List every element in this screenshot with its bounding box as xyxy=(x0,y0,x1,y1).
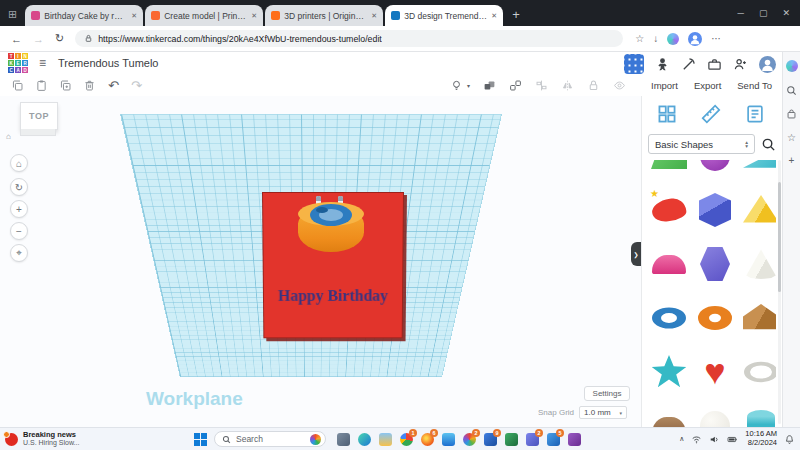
shape-ring-silver[interactable] xyxy=(740,349,776,395)
shape-heart-red[interactable]: ♥ xyxy=(694,349,736,395)
browser-tab[interactable]: 3D design Tremendous Tumelo✕ xyxy=(385,5,503,26)
taskbar-icon-photos[interactable]: 2 xyxy=(462,432,477,447)
sidebar-shopping-icon[interactable] xyxy=(786,109,797,120)
home-view-button[interactable]: ⌂ xyxy=(10,154,28,172)
group-icon[interactable] xyxy=(483,79,496,92)
shape-pyramid-yellow[interactable] xyxy=(740,187,776,233)
view-home-icon[interactable]: ⌂ xyxy=(6,132,11,141)
sidebar-search-icon[interactable] xyxy=(786,85,797,96)
browser-tab[interactable]: Create model | Printables.com✕ xyxy=(145,5,263,26)
shape-cylinder-teal[interactable] xyxy=(740,403,776,428)
user-avatar[interactable] xyxy=(759,56,776,73)
shape-star-teal[interactable] xyxy=(648,349,690,395)
shape-sphere-ivory[interactable] xyxy=(694,403,736,428)
briefcase-icon[interactable] xyxy=(707,57,722,72)
design-object-cake[interactable] xyxy=(296,196,366,258)
taskbar-icon-excel[interactable] xyxy=(504,432,519,447)
blocks-character-icon[interactable] xyxy=(655,57,670,72)
design-object-text[interactable]: Happy Birthday xyxy=(264,287,402,304)
browser-tab[interactable]: 3D printers | Original Prusa 3D p✕ xyxy=(265,5,383,26)
taskbar-icon-store[interactable] xyxy=(441,432,456,447)
volume-icon[interactable] xyxy=(709,434,720,445)
scrollbar-thumb[interactable] xyxy=(778,182,781,292)
search-highlight-icon[interactable] xyxy=(310,434,321,445)
shape-box-blue[interactable] xyxy=(694,187,736,233)
tab-close-icon[interactable]: ✕ xyxy=(251,12,257,20)
send-to-button[interactable]: Send To xyxy=(737,80,772,91)
fit-view-button[interactable]: ⌖ xyxy=(10,244,28,262)
sidebar-collections-icon[interactable]: ☆ xyxy=(787,133,796,143)
duplicate-icon[interactable] xyxy=(59,79,72,92)
snap-grid-dropdown[interactable]: 1.0 mm ▾ xyxy=(579,406,627,419)
tinkercad-logo[interactable]: TINKERCAD xyxy=(8,53,28,73)
import-button[interactable]: Import xyxy=(651,80,678,91)
shape-scribble-red[interactable]: ★ xyxy=(648,187,690,233)
sidebar-copilot-icon[interactable] xyxy=(786,60,798,72)
viewport-3d[interactable]: Happy Birthday TOP ⌂ ⌂ ↻ + − ⌖ Workplane… xyxy=(0,96,641,428)
taskbar-icon-chrome[interactable]: 1 xyxy=(399,432,414,447)
shape-torus-blue[interactable] xyxy=(648,295,690,341)
shape-cone-ivory[interactable] xyxy=(740,241,776,287)
settings-button[interactable]: Settings xyxy=(584,386,630,401)
shape-halfsphere-brown[interactable] xyxy=(648,403,690,428)
shape-wedge-teal[interactable] xyxy=(740,160,776,179)
taskbar-icon-outlook[interactable]: 5 xyxy=(546,432,561,447)
taskbar-icon-task-view[interactable] xyxy=(336,432,351,447)
ruler-tool-icon[interactable] xyxy=(700,103,722,125)
ungroup-icon[interactable] xyxy=(509,79,522,92)
maximize-button[interactable]: ▢ xyxy=(759,8,768,18)
helper-dropdown-icon[interactable]: ▾ xyxy=(467,82,470,89)
news-widget[interactable]: Breaking news U.S. Hiring Slow... xyxy=(5,428,79,450)
tab-close-icon[interactable]: ✕ xyxy=(491,12,497,20)
view-cube-front-face[interactable] xyxy=(20,129,56,136)
shape-paraboloid-pink[interactable] xyxy=(648,241,690,287)
align-icon[interactable] xyxy=(535,79,548,92)
copilot-icon[interactable] xyxy=(667,33,679,45)
close-button[interactable]: ✕ xyxy=(782,8,790,18)
minimize-button[interactable]: ─ xyxy=(738,8,744,18)
menu-icon[interactable]: ≡ xyxy=(39,56,46,70)
apps-grid-icon[interactable] xyxy=(624,54,644,74)
clock[interactable]: 10:16 AM 8/2/2024 xyxy=(745,430,777,447)
zoom-out-button[interactable]: − xyxy=(10,222,28,240)
browser-menu-icon[interactable]: ⋯ xyxy=(711,33,721,44)
browser-tab[interactable]: Birthday Cake by robrobinson19✕ xyxy=(25,5,143,26)
shape-polygon-indigo[interactable] xyxy=(694,241,736,287)
redo-icon[interactable]: ↷ xyxy=(131,79,142,92)
undo-icon[interactable]: ↶ xyxy=(108,79,119,92)
tab-actions-icon[interactable]: ⊞ xyxy=(8,8,17,21)
workplane-helper-icon[interactable] xyxy=(450,79,463,92)
taskbar-icon-onenote[interactable] xyxy=(567,432,582,447)
hide-icon[interactable] xyxy=(613,79,626,92)
notes-tool-icon[interactable] xyxy=(744,103,766,125)
orbit-view-button[interactable]: ↻ xyxy=(10,178,28,196)
paste-icon[interactable] xyxy=(35,79,48,92)
lock-tool-icon[interactable] xyxy=(587,79,600,92)
taskbar-icon-file-explorer[interactable] xyxy=(378,432,393,447)
shapes-grid-view-icon[interactable] xyxy=(656,103,678,125)
download-icon[interactable]: ↓ xyxy=(653,33,658,44)
taskbar-icon-firefox[interactable]: 6 xyxy=(420,432,435,447)
cake-torus[interactable] xyxy=(310,204,352,226)
tab-close-icon[interactable]: ✕ xyxy=(371,12,377,20)
shape-sphere-purple[interactable] xyxy=(694,160,736,179)
taskbar-icon-teams[interactable]: 2 xyxy=(525,432,540,447)
url-field[interactable]: https://www.tinkercad.com/things/20kAe4X… xyxy=(75,30,623,47)
wifi-icon[interactable] xyxy=(691,434,702,445)
export-button[interactable]: Export xyxy=(694,80,721,91)
back-icon[interactable]: ← xyxy=(11,33,22,45)
forward-icon[interactable]: → xyxy=(33,33,44,45)
tab-close-icon[interactable]: ✕ xyxy=(131,12,137,20)
shape-wedge-green[interactable] xyxy=(648,160,690,179)
taskbar-icon-edge[interactable] xyxy=(357,432,372,447)
sidebar-add-icon[interactable]: + xyxy=(789,156,795,166)
taskbar-search[interactable]: Search xyxy=(214,431,326,447)
copy-icon[interactable] xyxy=(11,79,24,92)
shape-category-select[interactable]: Basic Shapes ▴▾ xyxy=(648,134,755,154)
view-cube[interactable]: TOP xyxy=(20,102,58,130)
refresh-icon[interactable]: ↻ xyxy=(55,32,64,45)
hidden-icons-chevron[interactable]: ∧ xyxy=(679,435,684,443)
browser-profile-avatar[interactable] xyxy=(688,32,702,46)
battery-icon[interactable] xyxy=(727,434,738,445)
pickaxe-icon[interactable] xyxy=(681,57,696,72)
